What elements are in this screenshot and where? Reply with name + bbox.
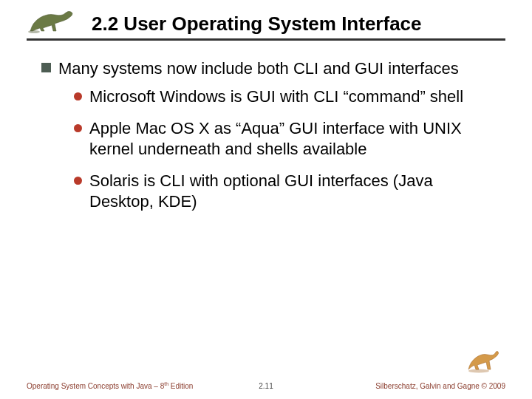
- slide-footer: Operating System Concepts with Java – 8t…: [27, 381, 505, 390]
- footer-left-suffix: Edition: [168, 382, 193, 390]
- footer-copyright: Silberschatz, Galvin and Gagne © 2009: [375, 382, 505, 390]
- bullet-l2-text: Apple Mac OS X as “Aqua” GUI interface w…: [89, 118, 498, 159]
- sub-bullet-list: Microsoft Windows is GUI with CLI “comma…: [41, 86, 498, 212]
- circle-bullet-icon: [74, 92, 82, 100]
- slide-content: Many systems now include both CLI and GU…: [27, 58, 505, 211]
- bullet-level2: Microsoft Windows is GUI with CLI “comma…: [74, 86, 498, 107]
- footer-left: Operating System Concepts with Java – 8t…: [27, 381, 193, 390]
- bullet-l2-text: Solaris is CLI with optional GUI interfa…: [89, 171, 498, 211]
- slide-title: 2.2 User Operating System Interface: [80, 13, 422, 35]
- dino-bottom-icon: [461, 343, 502, 375]
- bullet-l1-text: Many systems now include both CLI and GU…: [58, 58, 459, 79]
- slide: 2.2 User Operating System Interface Many…: [0, 0, 532, 399]
- bullet-level1: Many systems now include both CLI and GU…: [41, 58, 498, 79]
- bullet-l2-text: Microsoft Windows is GUI with CLI “comma…: [89, 86, 463, 107]
- circle-bullet-icon: [74, 177, 82, 185]
- bullet-level2: Solaris is CLI with optional GUI interfa…: [74, 171, 498, 211]
- footer-page-number: 2.11: [259, 382, 273, 390]
- bullet-level2: Apple Mac OS X as “Aqua” GUI interface w…: [74, 118, 498, 159]
- svg-point-0: [28, 30, 40, 33]
- slide-header: 2.2 User Operating System Interface: [27, 9, 505, 41]
- dino-top-icon: [27, 9, 80, 35]
- square-bullet-icon: [41, 63, 51, 72]
- svg-point-1: [468, 369, 489, 373]
- footer-left-prefix: Operating System Concepts with Java – 8: [27, 382, 164, 390]
- circle-bullet-icon: [74, 124, 82, 132]
